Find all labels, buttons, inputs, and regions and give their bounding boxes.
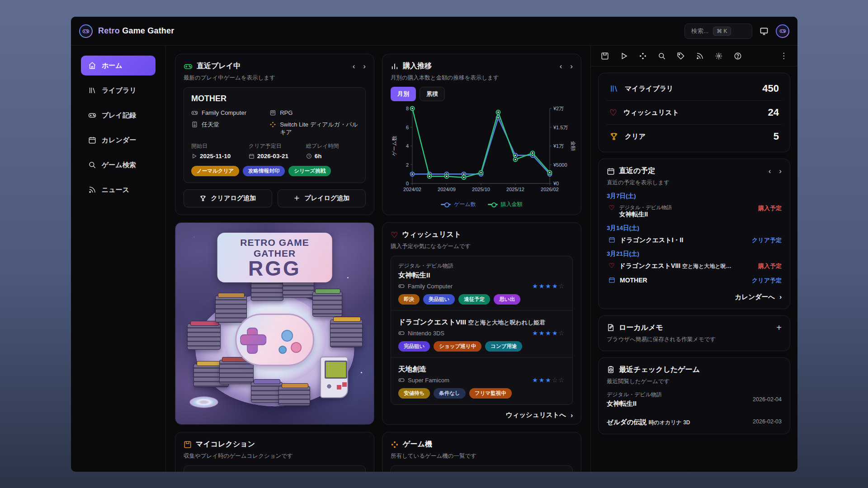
sidebar-item-play-log[interactable]: プレイ記録 (81, 105, 156, 125)
collection-tool-button[interactable] (601, 52, 609, 60)
game-genre: RPG (269, 109, 358, 117)
next-button[interactable]: › (779, 167, 782, 175)
calendar-icon (609, 236, 615, 243)
wishlist-see-all-link[interactable]: ウィッシュリストへ› (391, 411, 573, 419)
purchase-title: 購入推移 (403, 61, 432, 71)
console-item[interactable]: New 3DS LL ハイラルエディション (391, 465, 573, 472)
status-badge: 購入予定 (758, 204, 782, 212)
svg-text:2024/09: 2024/09 (438, 187, 456, 192)
game-device: Switch Lite ディアルガ・パルキア (269, 121, 358, 136)
console-icon (191, 121, 198, 128)
consoles-tool-button[interactable] (639, 52, 647, 60)
stat-clear[interactable]: クリア 5 (607, 124, 782, 148)
stat-wishlist[interactable]: ♡ ウィッシュリスト 24 (607, 100, 782, 124)
stats-card: マイライブラリ 450 ♡ ウィッシュリスト 24 クリア 5 (598, 73, 790, 152)
gamepad-icon (398, 330, 405, 336)
monitor-icon (760, 27, 769, 36)
search-input[interactable]: 検索... ⌘ K (684, 23, 752, 39)
gamepad-icon (398, 377, 405, 383)
memo-subtitle: ブラウザへ簡易に保存される作業メモです (607, 336, 782, 343)
clear-date-block: クリア予定日 2026-03-21 (249, 142, 306, 160)
schedule-item[interactable]: ♡ デジタル・デビル物語 女神転生II 購入予定 (607, 204, 782, 219)
dpad-icon (639, 52, 647, 60)
cartridge-stack (251, 279, 283, 301)
dpad-icon (269, 121, 276, 128)
artwork-gameboy (320, 357, 348, 398)
svg-text:8: 8 (406, 106, 409, 111)
add-memo-button[interactable]: + (776, 323, 782, 332)
chart-legend: ゲーム数 購入金額 (391, 201, 573, 208)
legend-amount[interactable]: 購入金額 (488, 201, 523, 208)
svg-text:¥0: ¥0 (553, 181, 559, 186)
stat-library[interactable]: マイライブラリ 450 (607, 77, 782, 100)
bar-chart-icon (391, 62, 399, 70)
wishlist-item[interactable]: ドラゴンクエストVIII 空と海と大地と呪われし姫君 Nintendo 3DS … (391, 310, 572, 357)
next-button[interactable]: › (363, 62, 366, 70)
play-tool-button[interactable] (620, 52, 628, 60)
purchase-trend-card: 購入推移 ‹ › 月別の購入本数と金額の推移を表示します 月別 累積 02468… (382, 54, 581, 215)
schedule-item[interactable]: MOTHER クリア予定 (607, 277, 782, 285)
calendar-see-all-link[interactable]: カレンダーへ› (607, 293, 782, 301)
user-avatar[interactable] (776, 24, 789, 38)
sidebar-item-calendar[interactable]: カレンダー (81, 130, 156, 150)
wishlist-tag: 完品狙い (398, 341, 430, 352)
wishlist-subtitle: 購入予定や気になるゲームです (391, 243, 573, 250)
search-tool-button[interactable] (658, 52, 666, 60)
legend-games[interactable]: ゲーム数 (441, 201, 476, 208)
add-play-log-button[interactable]: プレイログ追加 (278, 189, 366, 207)
svg-text:金額: 金額 (571, 141, 576, 151)
recent-game-item[interactable]: ゼルダの伝説 時のオカリナ 3D 2026-02-03 (607, 417, 782, 427)
gamepad-icon (779, 28, 786, 34)
toggle-monthly[interactable]: 月別 (391, 87, 416, 101)
now-playing-card: 直近プレイ中 ‹ › 最新のプレイ中ゲームを表示します MOTHER Famil… (175, 54, 374, 215)
tags-tool-button[interactable] (677, 52, 685, 60)
now-playing-title: 直近プレイ中 (197, 61, 241, 71)
library-icon (609, 84, 618, 93)
help-tool-button[interactable] (734, 52, 742, 60)
plus-icon (293, 195, 300, 202)
sidebar-item-library[interactable]: ライブラリ (81, 80, 156, 100)
now-playing-game-card[interactable]: MOTHER Family Computer RPG 任天堂 (184, 87, 366, 183)
prev-button[interactable]: ‹ (769, 167, 771, 175)
prev-button[interactable]: ‹ (560, 62, 562, 70)
schedule-item[interactable]: ♡ ドラゴンクエストVIII 空と海と大地と呪… 購入予定 (607, 262, 782, 270)
purchase-chart: 02468¥0¥5000¥1万¥1.5万¥2万2024/022024/09202… (391, 103, 573, 201)
memo-icon (607, 324, 615, 332)
schedule-date: 3月14日(土) (607, 224, 782, 232)
game-title: MOTHER (191, 94, 358, 103)
heart-icon: ♡ (609, 204, 614, 211)
svg-text:2025/12: 2025/12 (506, 187, 524, 192)
settings-tool-button[interactable] (715, 52, 723, 60)
sidebar-item-game-search[interactable]: ゲーム検索 (81, 155, 156, 175)
game-platform: Family Computer (191, 109, 265, 117)
wishlist-item[interactable]: デジタル・デビル物語 女神転生II Family Computer ★★★★☆ … (391, 256, 572, 310)
display-theme-button[interactable] (760, 27, 769, 36)
toggle-cumulative[interactable]: 累積 (420, 87, 445, 101)
chevron-right-icon: › (571, 412, 573, 419)
add-clear-log-button[interactable]: クリアログ追加 (184, 189, 272, 207)
prev-button[interactable]: ‹ (353, 62, 355, 70)
quick-tools-bar: ⋮ (591, 46, 797, 66)
more-menu-button[interactable]: ⋮ (780, 51, 788, 61)
search-icon (658, 52, 666, 60)
rating-stars: ★★★☆☆ (532, 376, 565, 384)
collection-title: マイコレクション (196, 440, 255, 449)
news-tool-button[interactable] (696, 52, 704, 60)
sidebar-item-home[interactable]: ホーム (81, 56, 156, 75)
calendar-icon (609, 277, 615, 283)
rating-stars: ★★★★☆ (532, 329, 565, 337)
search-shortcut-kbd: ⌘ K (713, 27, 731, 36)
wishlist-tag: 遠征予定 (458, 294, 490, 305)
cartridge-stack (215, 296, 247, 323)
wishlist-item[interactable]: 天地創造 Super Famicom ★★★☆☆ 安値待ち 条件なし フリマ監視… (391, 357, 572, 404)
clipboard-clock-icon (607, 366, 615, 374)
line-chart: 02468¥0¥5000¥1万¥1.5万¥2万2024/022024/09202… (391, 103, 580, 199)
next-button[interactable]: › (570, 62, 573, 70)
consoles-subtitle: 所有しているゲーム機の一覧です (391, 452, 573, 460)
recent-game-item[interactable]: デジタル・デビル物語 女神転生II 2026-02-04 (607, 391, 782, 408)
cartridge-stack (330, 319, 363, 347)
schedule-item[interactable]: ドラゴンクエストI・II クリア予定 (607, 236, 782, 244)
sidebar-item-news[interactable]: ニュース (81, 180, 156, 200)
play-time-block: 総プレイ時間 6h (306, 142, 358, 160)
collection-item[interactable]: MOTHERシリーズ (184, 465, 366, 472)
